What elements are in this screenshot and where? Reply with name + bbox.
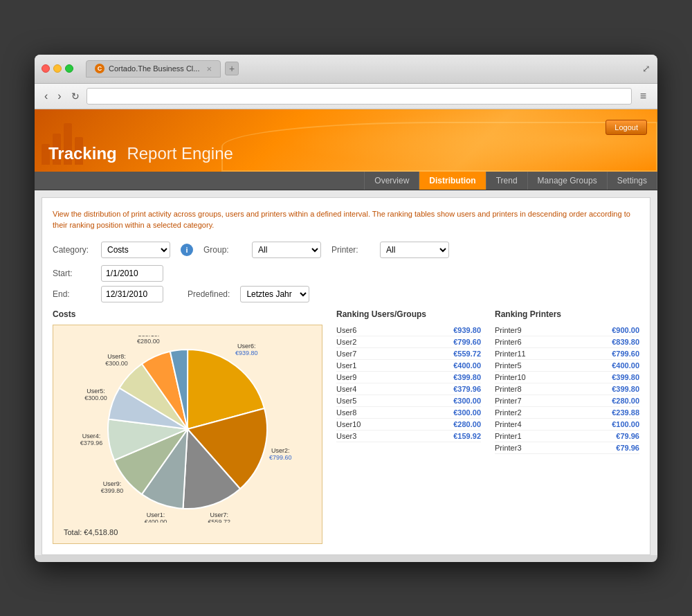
end-row: End: Predefined: Letztes Jahr (53, 286, 639, 302)
chart-title: Costs (53, 309, 322, 319)
ranking-value: €399.80 (453, 373, 481, 381)
ranking-printers-title: Ranking Printers (495, 309, 639, 319)
ranking-value: €900.00 (612, 326, 639, 334)
browser-tab[interactable]: C Cortado.The Business Cl... × (86, 60, 221, 78)
chart-total: Total: €4,518.80 (64, 528, 311, 536)
app-title-report-engine: Report Engine (127, 144, 233, 163)
ranking-name: User2 (336, 338, 356, 346)
ranking-value: €300.00 (453, 408, 481, 417)
ranking-value: €399.80 (612, 385, 639, 393)
menu-button[interactable]: ≡ (636, 89, 650, 104)
list-item: Printer4 €100.00 (495, 419, 639, 431)
info-icon[interactable]: i (181, 244, 193, 256)
ranking-name: Printer11 (495, 350, 526, 358)
tab-overview[interactable]: Overview (364, 172, 419, 190)
page-content: Logout Tracking Report Engine Overview D… (35, 109, 657, 555)
ranking-name: User4 (336, 385, 356, 393)
start-row: Start: (53, 265, 639, 282)
ranking-value: €379.96 (453, 385, 481, 393)
new-tab-button[interactable]: + (225, 62, 239, 75)
back-button[interactable]: ‹ (42, 89, 51, 103)
list-item: User10 €280.00 (336, 419, 481, 431)
category-select[interactable]: Costs (101, 242, 170, 258)
printers-rows: Printer9 €900.00Printer6 €839.80Printer1… (495, 325, 639, 454)
description: View the distribution of print activity … (53, 208, 639, 231)
svg-text:€379.96: €379.96 (80, 440, 103, 446)
list-item: Printer5 €400.00 (495, 360, 639, 372)
list-item: User4 €379.96 (336, 383, 481, 395)
ranking-value: €399.80 (612, 373, 639, 381)
category-label: Category: (53, 245, 91, 255)
ranking-value: €799.60 (453, 338, 481, 346)
main-content: View the distribution of print activity … (42, 197, 650, 555)
app-title: Tracking Report Engine (48, 144, 233, 163)
svg-text:User4:: User4: (82, 433, 101, 440)
ranking-value: €839.80 (612, 338, 639, 346)
minimize-window-button[interactable] (53, 64, 62, 73)
description-text1: View the distribution of print activity … (53, 210, 370, 218)
list-item: Printer3 €79.96 (495, 442, 639, 454)
ranking-name: Printer8 (495, 385, 522, 393)
ranking-name: User6 (336, 326, 356, 334)
ranking-users-table: Ranking Users/Groups User6 €939.80User2 … (336, 309, 481, 544)
ranking-value: €79.96 (616, 444, 639, 452)
ranking-name: Printer7 (495, 397, 522, 405)
close-window-button[interactable] (42, 64, 50, 73)
tab-close-icon[interactable]: × (206, 64, 212, 74)
ranking-value: €159.92 (453, 432, 481, 440)
group-label: Group: (203, 245, 242, 255)
filter-row: Category: Costs i Group: All Printer: Al… (53, 242, 639, 258)
reload-button[interactable]: ↻ (69, 90, 82, 102)
svg-text:User1:: User1: (147, 511, 165, 518)
ranking-name: User8 (336, 408, 356, 417)
ranking-value: €280.00 (612, 397, 639, 405)
ranking-name: User10 (336, 420, 361, 428)
maximize-icon[interactable]: ⤢ (642, 63, 650, 74)
ranking-value: €239.88 (612, 408, 639, 417)
app-header: Logout Tracking Report Engine (35, 109, 657, 172)
group-select[interactable]: All (252, 242, 321, 258)
printer-label: Printer: (331, 245, 370, 255)
list-item: Printer8 €399.80 (495, 383, 639, 395)
ranking-value: €559.72 (453, 350, 481, 358)
end-input[interactable] (101, 286, 163, 302)
browser-window: C Cortado.The Business Cl... × + ⤢ ‹ › ↻… (35, 55, 657, 562)
predefined-label: Predefined: (188, 289, 230, 299)
tab-trend[interactable]: Trend (486, 172, 528, 190)
tab-manage-groups[interactable]: Manage Groups (528, 172, 608, 190)
ranking-value: €799.60 (612, 350, 639, 358)
ranking-value: €939.80 (453, 326, 481, 334)
address-bar[interactable] (86, 88, 632, 105)
app-nav: Overview Distribution Trend Manage Group… (35, 172, 657, 190)
ranking-name: Printer5 (495, 361, 522, 370)
list-item: Printer1 €79.96 (495, 431, 639, 442)
ranking-name: Printer3 (495, 444, 522, 452)
list-item: User5 €300.00 (336, 395, 481, 407)
list-item: User6 €939.80 (336, 325, 481, 336)
svg-text:€300.00: €300.00 (84, 394, 107, 401)
tab-settings[interactable]: Settings (608, 172, 657, 190)
list-item: Printer11 €799.60 (495, 348, 639, 360)
list-item: Printer9 €900.00 (495, 325, 639, 336)
predefined-select[interactable]: Letztes Jahr (240, 286, 309, 302)
browser-navbar: ‹ › ↻ ≡ (35, 84, 657, 109)
tab-distribution[interactable]: Distribution (419, 172, 486, 190)
list-item: User9 €399.80 (336, 372, 481, 383)
printer-select[interactable]: All (380, 242, 449, 258)
svg-text:User2:: User2: (271, 447, 290, 454)
maximize-window-button[interactable] (65, 64, 73, 73)
svg-text:User7:: User7: (210, 511, 229, 518)
content-area: Costs User6:€939.80User2:€799.60User7:€5… (53, 309, 639, 544)
list-item: Printer2 €239.88 (495, 407, 639, 419)
ranking-printers-table: Ranking Printers Printer9 €900.00Printer… (495, 309, 639, 544)
list-item: User2 €799.60 (336, 336, 481, 348)
svg-text:€280.00: €280.00 (137, 337, 160, 344)
svg-text:€400.00: €400.00 (145, 518, 167, 522)
forward-button[interactable]: › (55, 89, 64, 103)
app-title-tracking: Tracking (48, 144, 117, 163)
svg-text:€399.80: €399.80 (101, 487, 124, 494)
logout-button[interactable]: Logout (606, 120, 647, 135)
tab-favicon: C (95, 64, 104, 73)
start-input[interactable] (101, 265, 163, 282)
list-item: Printer6 €839.80 (495, 336, 639, 348)
